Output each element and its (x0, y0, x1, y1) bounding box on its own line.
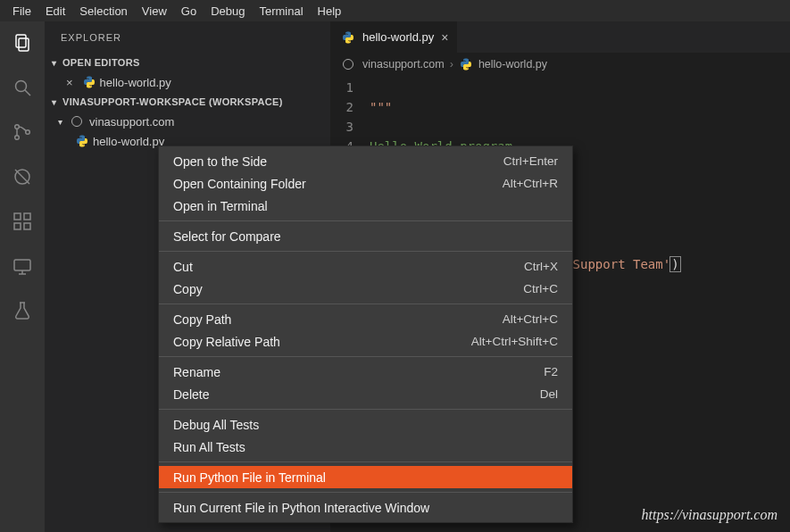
folder-marker-icon (343, 59, 353, 70)
source-control-icon[interactable] (10, 120, 35, 145)
breadcrumb-folder: vinasupport.com (362, 58, 445, 71)
test-icon[interactable] (10, 298, 35, 323)
python-file-icon (82, 75, 96, 89)
context-menu-item[interactable]: CutCtrl+X (159, 255, 572, 278)
close-icon[interactable]: × (66, 76, 73, 89)
chevron-right-icon: › (450, 58, 453, 71)
context-menu-item[interactable]: Open to the SideCtrl+Enter (159, 150, 572, 172)
debug-icon[interactable] (10, 164, 35, 189)
open-editor-item[interactable]: × hello-world.py (45, 72, 330, 92)
context-menu-item[interactable]: CopyCtrl+C (159, 278, 572, 300)
chevron-down-icon: ▾ (48, 58, 61, 68)
python-file-icon (75, 134, 89, 148)
chevron-down-icon: ▾ (54, 117, 66, 127)
svg-point-6 (26, 130, 30, 135)
search-icon[interactable] (10, 75, 35, 100)
separator (159, 492, 572, 493)
menu-file[interactable]: File (5, 4, 38, 18)
remote-icon[interactable] (10, 254, 35, 278)
file-name: hello-world.py (93, 135, 164, 148)
svg-line-3 (25, 90, 30, 96)
editor-tabbar: hello-world.py × (330, 21, 790, 53)
breadcrumb[interactable]: vinasupport.com › hello-world.py (330, 53, 790, 76)
svg-rect-11 (14, 223, 21, 229)
separator (159, 356, 572, 357)
menu-help[interactable]: Help (311, 4, 349, 18)
context-menu-item[interactable]: RenameF2 (159, 361, 572, 383)
menubar: FileEditSelectionViewGoDebugTerminalHelp (0, 0, 790, 21)
context-menu-item[interactable]: Debug All Tests (159, 413, 572, 436)
menu-debug[interactable]: Debug (204, 4, 252, 18)
breadcrumb-file: hello-world.py (478, 58, 547, 71)
open-editors-label: OPEN EDITORS (62, 57, 140, 68)
folder-name: vinasupport.com (89, 115, 174, 129)
tab-filename: hello-world.py (362, 30, 434, 44)
separator (159, 303, 572, 304)
context-menu-item[interactable]: Run All Tests (159, 436, 572, 458)
chevron-down-icon: ▾ (48, 97, 61, 107)
separator (159, 220, 572, 221)
python-file-icon (459, 57, 473, 71)
separator (159, 409, 572, 410)
files-icon[interactable] (10, 30, 35, 55)
separator (159, 251, 572, 252)
svg-rect-10 (24, 213, 30, 220)
folder-marker-icon (71, 116, 82, 127)
context-menu-item[interactable]: Open in Terminal (159, 195, 572, 217)
svg-rect-0 (16, 35, 26, 47)
context-menu-item[interactable]: Run Python File in Terminal (159, 466, 572, 488)
menu-go[interactable]: Go (174, 4, 204, 18)
editor-tab[interactable]: hello-world.py × (330, 21, 458, 53)
context-menu: Open to the SideCtrl+EnterOpen Containin… (158, 145, 573, 523)
close-icon[interactable]: × (441, 30, 448, 45)
context-menu-item[interactable]: DeleteDel (159, 383, 572, 405)
python-file-icon (341, 30, 355, 45)
extensions-icon[interactable] (10, 209, 35, 234)
svg-rect-13 (14, 260, 30, 270)
svg-point-2 (16, 81, 27, 92)
svg-rect-12 (24, 223, 30, 229)
separator (159, 461, 572, 462)
workspace-label: VINASUPPORT-WORKSPACE (WORKSPACE) (62, 96, 283, 107)
context-menu-item[interactable]: Open Containing FolderAlt+Ctrl+R (159, 172, 572, 195)
folder-row[interactable]: ▾ vinasupport.com (45, 112, 330, 131)
menu-edit[interactable]: Edit (38, 4, 72, 18)
svg-rect-9 (14, 213, 21, 220)
context-menu-item[interactable]: Copy Relative PathAlt+Ctrl+Shift+C (159, 330, 572, 353)
menu-terminal[interactable]: Terminal (252, 4, 310, 18)
svg-rect-1 (19, 38, 29, 51)
context-menu-item[interactable]: Select for Compare (159, 225, 572, 247)
menu-selection[interactable]: Selection (72, 4, 134, 18)
watermark: https://vinasupport.com (642, 507, 778, 523)
context-menu-item[interactable]: Run Current File in Python Interactive W… (159, 496, 572, 519)
open-editors-header[interactable]: ▾ OPEN EDITORS (45, 53, 330, 72)
context-menu-item[interactable]: Copy PathAlt+Ctrl+C (159, 308, 572, 330)
svg-point-5 (15, 136, 20, 140)
explorer-title: EXPLORER (45, 21, 330, 53)
open-editor-filename: hello-world.py (100, 76, 171, 89)
workspace-header[interactable]: ▾ VINASUPPORT-WORKSPACE (WORKSPACE) (45, 92, 330, 112)
activity-bar (0, 21, 45, 532)
svg-point-4 (15, 125, 20, 129)
menu-view[interactable]: View (135, 4, 174, 18)
